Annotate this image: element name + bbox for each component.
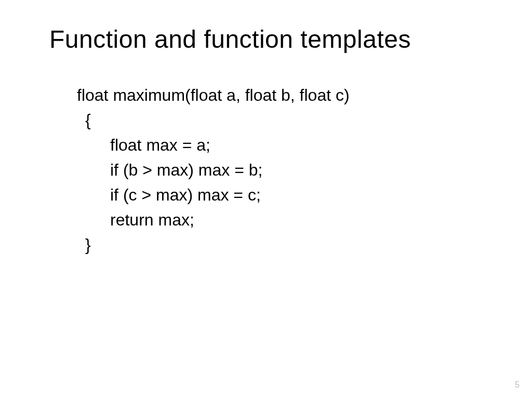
code-line-1: float maximum(float a, float b, float c) (77, 83, 532, 108)
page-number: 5 (515, 380, 520, 390)
slide-title: Function and function templates (0, 0, 532, 54)
code-line-3: float max = a; (77, 132, 532, 157)
code-line-2: { (77, 108, 532, 132)
code-line-7: } (77, 232, 532, 257)
code-line-4: if (b > max) max = b; (77, 157, 532, 182)
code-block: float maximum(float a, float b, float c)… (0, 54, 532, 257)
code-line-5: if (c > max) max = c; (77, 182, 532, 207)
code-line-6: return max; (77, 207, 532, 232)
